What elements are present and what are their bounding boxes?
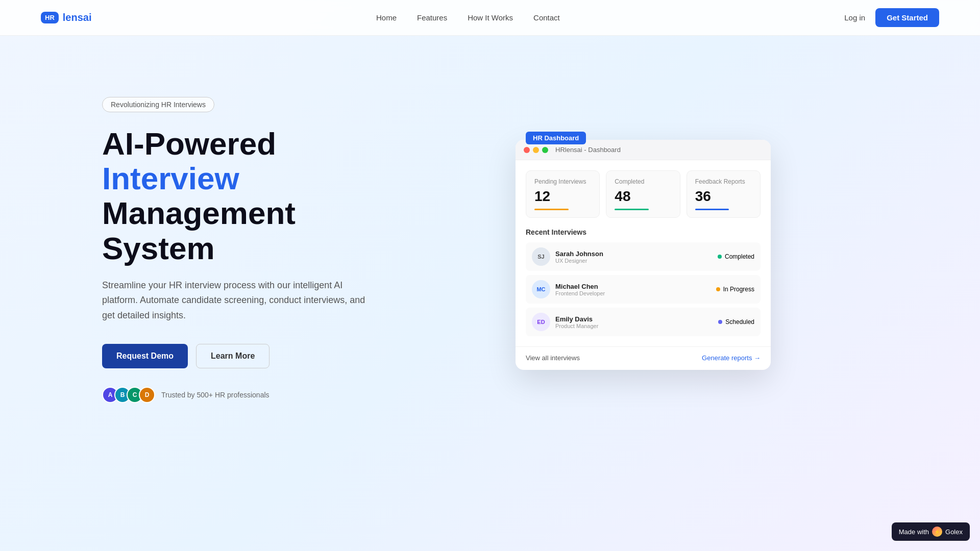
stat-pending-label: Pending Interviews (534, 178, 591, 185)
golex-brand: Golex (945, 528, 963, 536)
golex-badge: Made with ⚡ Golex (892, 522, 970, 541)
avatar-mc: MC (532, 280, 550, 298)
interviewee-info-mc: Michael Chen Frontend Developer (555, 283, 605, 296)
hero-title: AI-Powered Interview Management System (102, 127, 368, 266)
stat-feedback-label: Feedback Reports (695, 178, 752, 185)
avatar-d: D (139, 387, 155, 403)
status-badge-sj: Completed (718, 253, 754, 260)
status-dot-sj (718, 255, 722, 259)
stat-pending: Pending Interviews 12 (526, 170, 600, 218)
hero-subtitle: Streamline your HR interview process wit… (102, 278, 368, 323)
hero-section: Revolutionizing HR Interviews AI-Powered… (0, 36, 980, 444)
dot-red (524, 147, 530, 153)
stat-feedback-bar (695, 209, 729, 210)
status-badge-mc: In Progress (716, 286, 754, 293)
avatar-sj: SJ (532, 247, 550, 266)
request-demo-button[interactable]: Request Demo (102, 344, 188, 368)
dot-green (542, 147, 548, 153)
hero-left: Revolutionizing HR Interviews AI-Powered… (102, 97, 368, 403)
get-started-button[interactable]: Get Started (875, 8, 939, 27)
status-dot-mc (716, 287, 720, 291)
nav-how-it-works[interactable]: How It Works (468, 13, 513, 22)
hero-tag: Revolutionizing HR Interviews (102, 97, 214, 112)
dashboard-body: Pending Interviews 12 Completed 48 Feedb… (516, 160, 771, 346)
golex-icon: ⚡ (932, 527, 942, 537)
interviewee-info-sj: Sarah Johnson UX Designer (555, 250, 603, 264)
nav-features[interactable]: Features (417, 13, 447, 22)
hero-buttons: Request Demo Learn More (102, 344, 368, 368)
interview-left: SJ Sarah Johnson UX Designer (532, 247, 603, 266)
golex-made-with: Made with (899, 528, 929, 536)
logo-text: lensai (63, 12, 92, 23)
learn-more-button[interactable]: Learn More (196, 344, 270, 368)
logo[interactable]: HR lensai (41, 12, 92, 23)
avatar-ed: ED (532, 313, 550, 331)
hero-right: HR Dashboard HRlensai - Dashboard (408, 130, 878, 370)
nav-home[interactable]: Home (376, 13, 397, 22)
dashboard-tag: HR Dashboard (526, 132, 586, 144)
stats-row: Pending Interviews 12 Completed 48 Feedb… (526, 170, 761, 218)
generate-reports-link[interactable]: Generate reports → (702, 354, 761, 362)
stat-pending-value: 12 (534, 188, 591, 205)
trust-text: Trusted by 500+ HR professionals (161, 391, 270, 399)
stat-completed: Completed 48 (606, 170, 680, 218)
dashboard-footer: View all interviews Generate reports → (516, 346, 771, 370)
status-badge-ed: Scheduled (718, 318, 754, 325)
interviewee-info-ed: Emily Davis Product Manager (555, 315, 598, 329)
stat-feedback: Feedback Reports 36 (687, 170, 761, 218)
interview-left: ED Emily Davis Product Manager (532, 313, 598, 331)
hero-trust: A B C D Trusted by 500+ HR professionals (102, 387, 368, 403)
avatar-stack: A B C D (102, 387, 155, 403)
nav-actions: Log in Get Started (844, 8, 939, 27)
dashboard-wrapper: HR Dashboard HRlensai - Dashboard (516, 140, 771, 370)
nav-links: Home Features How It Works Contact (376, 13, 560, 22)
view-all-link[interactable]: View all interviews (526, 354, 580, 362)
dot-yellow (533, 147, 539, 153)
interviewee-role-ed: Product Manager (555, 323, 598, 329)
interview-list: SJ Sarah Johnson UX Designer Completed (526, 242, 761, 336)
stat-completed-bar (615, 209, 649, 210)
table-row: SJ Sarah Johnson UX Designer Completed (526, 242, 761, 271)
interviewee-role-mc: Frontend Developer (555, 290, 605, 296)
status-text-ed: Scheduled (725, 318, 754, 325)
logo-badge: HR (41, 12, 59, 23)
status-text-mc: In Progress (723, 286, 754, 293)
status-dot-ed (718, 320, 722, 324)
table-row: ED Emily Davis Product Manager Scheduled (526, 308, 761, 336)
nav-contact[interactable]: Contact (533, 13, 560, 22)
stat-completed-label: Completed (615, 178, 671, 185)
dashboard-card: HRlensai - Dashboard Pending Interviews … (516, 140, 771, 370)
navbar: HR lensai Home Features How It Works Con… (0, 0, 980, 36)
interviewee-name-sj: Sarah Johnson (555, 250, 603, 258)
interviewee-role-sj: UX Designer (555, 258, 603, 264)
login-button[interactable]: Log in (844, 13, 865, 22)
recent-interviews-title: Recent Interviews (526, 228, 761, 236)
status-text-sj: Completed (725, 253, 754, 260)
interviewee-name-ed: Emily Davis (555, 315, 598, 323)
interview-left: MC Michael Chen Frontend Developer (532, 280, 605, 298)
titlebar-text: HRlensai - Dashboard (555, 146, 621, 154)
table-row: MC Michael Chen Frontend Developer In Pr… (526, 275, 761, 304)
interviewee-name-mc: Michael Chen (555, 283, 605, 290)
stat-completed-value: 48 (615, 188, 671, 205)
titlebar-dots (524, 147, 548, 153)
stat-feedback-value: 36 (695, 188, 752, 205)
stat-pending-bar (534, 209, 569, 210)
